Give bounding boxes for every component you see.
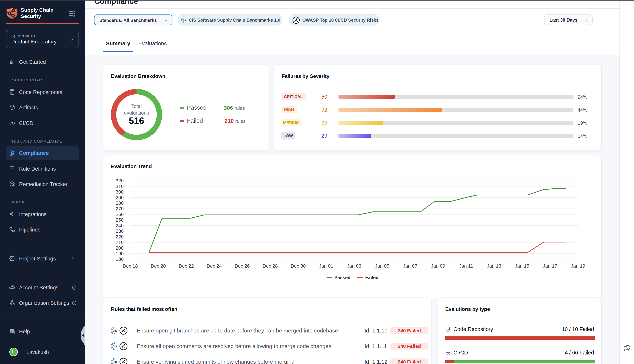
- svg-text:230: 230: [116, 228, 124, 234]
- svg-text:Jan 05: Jan 05: [375, 263, 389, 269]
- svg-text:240: 240: [116, 223, 124, 228]
- svg-text:Jan 07: Jan 07: [403, 263, 417, 269]
- svg-text:Dec 26: Dec 26: [235, 263, 250, 269]
- svg-text:310: 310: [116, 184, 124, 189]
- svg-text:CIS: CIS: [183, 19, 186, 21]
- svg-text:290: 290: [116, 195, 124, 200]
- svg-text:260: 260: [116, 212, 124, 217]
- svg-text:Dec 28: Dec 28: [263, 263, 278, 269]
- svg-text:Passed: Passed: [335, 275, 351, 280]
- svg-text:?: ?: [11, 329, 13, 332]
- svg-text:Jan 11: Jan 11: [459, 263, 473, 269]
- svg-text:Dec 20: Dec 20: [151, 263, 166, 269]
- svg-text:210: 210: [116, 240, 124, 245]
- svg-text:Jan 13: Jan 13: [487, 263, 501, 269]
- svg-text:Dec 24: Dec 24: [207, 263, 222, 269]
- svg-text:180: 180: [116, 256, 124, 262]
- svg-text:250: 250: [116, 217, 124, 223]
- svg-text:Dec 30: Dec 30: [290, 263, 306, 269]
- svg-text:CIS: CIS: [112, 329, 117, 332]
- svg-text:270: 270: [116, 206, 124, 212]
- svg-text:Jan 17: Jan 17: [543, 263, 557, 269]
- svg-text:CIS: CIS: [112, 360, 117, 364]
- svg-text:Failed: Failed: [365, 275, 379, 280]
- svg-text:220: 220: [116, 234, 124, 240]
- svg-text:200: 200: [116, 245, 124, 251]
- svg-text:Jan 03: Jan 03: [347, 263, 361, 269]
- svg-text:280: 280: [116, 200, 124, 206]
- svg-text:320: 320: [116, 178, 124, 184]
- svg-text:Jan 15: Jan 15: [515, 263, 529, 269]
- svg-text:Jan 09: Jan 09: [431, 263, 445, 269]
- svg-text:Dec 18: Dec 18: [123, 263, 138, 269]
- svg-text:Jan 19: Jan 19: [571, 263, 585, 269]
- svg-text:CIS: CIS: [112, 345, 117, 348]
- svg-text:Dec 22: Dec 22: [179, 263, 194, 269]
- svg-text:300: 300: [116, 189, 124, 195]
- svg-text:190: 190: [116, 251, 124, 256]
- svg-text:Jan 01: Jan 01: [319, 263, 333, 269]
